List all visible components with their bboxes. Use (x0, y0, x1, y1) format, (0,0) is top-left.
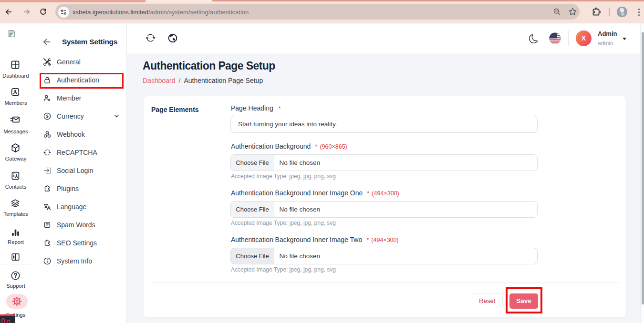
svg-text:$: $ (46, 113, 49, 119)
